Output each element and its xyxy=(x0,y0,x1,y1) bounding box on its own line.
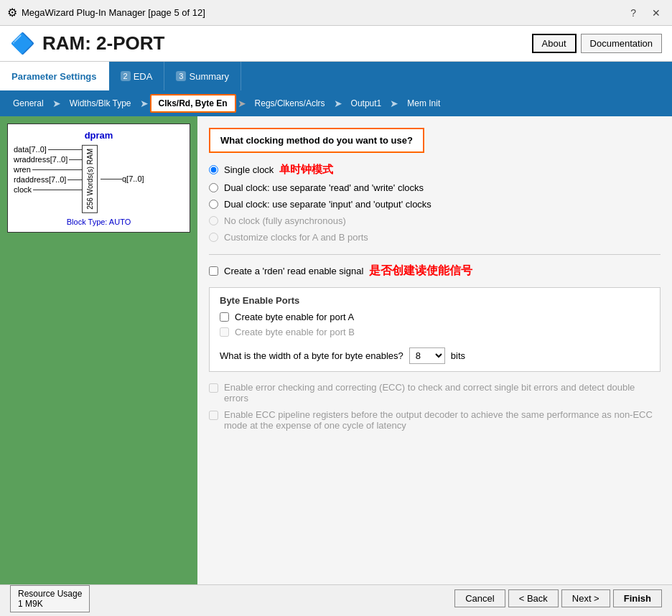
output-q-label: q[7..0] xyxy=(122,174,144,183)
dpram-inner: data[7..0] wraddress[7..0] wren rdaddres… xyxy=(14,145,184,213)
byte-enable-options: Create byte enable for port A Create byt… xyxy=(220,312,650,364)
pin-data-line xyxy=(48,149,82,150)
dpram-right-side: q[7..0] xyxy=(101,145,144,213)
about-button[interactable]: About xyxy=(532,34,577,53)
ram-icon: 🔷 xyxy=(10,32,35,55)
nav-widths[interactable]: Widths/Blk Type xyxy=(62,95,139,111)
back-button[interactable]: < Back xyxy=(508,589,559,607)
no-clock-label: No clock (fully asynchronous) xyxy=(224,215,346,226)
pin-clock-line xyxy=(33,190,82,190)
pin-data: data[7..0] xyxy=(14,145,82,154)
title-bar-right: ? ✕ xyxy=(626,6,665,20)
dpram-left-pins: data[7..0] wraddress[7..0] wren rdaddres… xyxy=(14,145,82,213)
app-title-area: 🔷 RAM: 2-PORT xyxy=(10,32,164,55)
clock-options-group: Single clock 单时钟模式 Dual clock: use separ… xyxy=(209,163,661,243)
tab-summary[interactable]: 3 Summary xyxy=(164,62,241,90)
ecc-option-1: Enable error checking and correcting (EC… xyxy=(209,382,661,403)
single-clock-label: Single clock xyxy=(224,164,274,175)
nav-arrow-2: ➤ xyxy=(140,98,149,109)
byte-width-select[interactable]: 8 16 32 xyxy=(409,347,445,364)
ecc-option-2: Enable ECC pipeline registers before the… xyxy=(209,409,661,431)
title-bar: ⚙ MegaWizard Plug-In Manager [page 5 of … xyxy=(0,0,672,26)
byte-enable-title: Byte Enable Ports xyxy=(220,295,650,306)
nav-bar: General ➤ Widths/Blk Type ➤ Clks/Rd, Byt… xyxy=(0,90,672,116)
option-no-clock[interactable]: No clock (fully asynchronous) xyxy=(209,215,661,226)
radio-dual2[interactable] xyxy=(209,200,218,209)
right-panel: What clocking method do you want to use?… xyxy=(197,116,672,584)
pin-clock: clock xyxy=(14,185,82,194)
bottom-bar: Resource Usage 1 M9K Cancel < Back Next … xyxy=(0,584,672,612)
customize-clocks-label: Customize clocks for A and B ports xyxy=(224,232,368,243)
pin-clock-label: clock xyxy=(14,185,32,194)
help-button[interactable]: ? xyxy=(626,6,640,20)
nav-arrow-3: ➤ xyxy=(238,98,246,109)
rden-checkbox[interactable] xyxy=(209,266,218,276)
bottom-buttons: Cancel < Back Next > Finish xyxy=(454,589,662,607)
byte-enable-portA-option[interactable]: Create byte enable for port A xyxy=(220,312,650,322)
option-customize-clocks[interactable]: Customize clocks for A and B ports xyxy=(209,232,661,243)
pin-wraddress: wraddress[7..0] xyxy=(14,155,82,164)
nav-general[interactable]: General xyxy=(6,95,51,111)
ram-block: 256 Words(s) RAM xyxy=(82,145,98,213)
tab-param-label: Parameter Settings xyxy=(11,71,97,82)
byte-width-question: What is the width of a byte for byte ena… xyxy=(220,350,403,361)
ecc-section: Enable error checking and correcting (EC… xyxy=(209,382,661,431)
dual-clock-1-label: Dual clock: use separate 'read' and 'wri… xyxy=(224,182,424,193)
dpram-title: dpram xyxy=(14,130,184,141)
pin-wren-label: wren xyxy=(14,165,31,174)
next-button[interactable]: Next > xyxy=(561,589,610,607)
app-icon: ⚙ xyxy=(7,6,17,19)
nav-output1[interactable]: Output1 xyxy=(344,95,389,111)
nav-clks[interactable]: Clks/Rd, Byte En xyxy=(150,94,236,113)
byte-enable-portB-option[interactable]: Create byte enable for port B xyxy=(220,327,650,337)
pin-data-label: data[7..0] xyxy=(14,145,47,154)
block-type-label: Block Type: AUTO xyxy=(14,218,184,226)
radio-noclock[interactable] xyxy=(209,216,218,225)
single-clock-cn-label: 单时钟模式 xyxy=(279,163,333,177)
dual-clock-2-label: Dual clock: use separate 'input' and 'ou… xyxy=(224,199,431,210)
tab-summary-label: Summary xyxy=(189,71,229,82)
radio-customize[interactable] xyxy=(209,233,218,242)
byte-enable-portB-checkbox[interactable] xyxy=(220,327,229,337)
byte-width-row: What is the width of a byte for byte ena… xyxy=(220,347,650,364)
pin-wraddress-line xyxy=(69,159,82,160)
ecc-checkbox-2[interactable] xyxy=(209,411,218,420)
close-button[interactable]: ✕ xyxy=(648,6,665,20)
header-bar: 🔷 RAM: 2-PORT About Documentation xyxy=(0,26,672,62)
tab-summary-num: 3 xyxy=(176,71,186,81)
divider-1 xyxy=(209,254,661,255)
ecc-checkbox-1[interactable] xyxy=(209,383,218,393)
option-dual-clock-2[interactable]: Dual clock: use separate 'input' and 'ou… xyxy=(209,199,661,210)
ram-label: 256 Words(s) RAM xyxy=(86,149,94,210)
nav-arrow-1: ➤ xyxy=(52,98,61,109)
window-title: MegaWizard Plug-In Manager [page 5 of 12… xyxy=(22,7,205,18)
tab-eda[interactable]: 2 EDA xyxy=(109,62,165,90)
resource-value: 1 M9K xyxy=(18,599,82,609)
documentation-button[interactable]: Documentation xyxy=(581,34,662,53)
radio-dual1[interactable] xyxy=(209,183,218,192)
byte-enable-portA-label: Create byte enable for port A xyxy=(235,312,354,322)
left-panel: dpram data[7..0] wraddress[7..0] wren xyxy=(0,116,197,584)
nav-regs[interactable]: Regs/Clkens/Aclrs xyxy=(248,95,332,111)
clock-question-text: What clocking method do you want to use? xyxy=(220,135,413,146)
cancel-button[interactable]: Cancel xyxy=(454,589,505,607)
byte-enable-portA-checkbox[interactable] xyxy=(220,312,229,322)
pin-rdaddress-label: rdaddress[7..0] xyxy=(14,175,66,184)
pin-wraddress-label: wraddress[7..0] xyxy=(14,155,67,164)
option-dual-clock-1[interactable]: Dual clock: use separate 'read' and 'wri… xyxy=(209,182,661,193)
nav-meminit[interactable]: Mem Init xyxy=(400,95,447,111)
rden-cn-label: 是否创建读使能信号 xyxy=(369,263,472,279)
dpram-diagram: dpram data[7..0] wraddress[7..0] wren xyxy=(7,123,190,233)
finish-button[interactable]: Finish xyxy=(613,589,662,607)
bits-unit: bits xyxy=(451,350,465,361)
tab-parameter-settings[interactable]: Parameter Settings xyxy=(0,62,109,90)
option-single-clock[interactable]: Single clock 单时钟模式 xyxy=(209,163,661,177)
app-title-text: RAM: 2-PORT xyxy=(42,32,164,55)
resource-label: Resource Usage xyxy=(18,589,82,599)
resource-usage-box: Resource Usage 1 M9K xyxy=(10,585,90,612)
pin-rdaddress-line xyxy=(67,179,82,180)
clock-question-box: What clocking method do you want to use? xyxy=(209,128,424,153)
radio-single-clock[interactable] xyxy=(209,165,218,174)
tabs-bar: Parameter Settings 2 EDA 3 Summary xyxy=(0,62,672,90)
header-buttons: About Documentation xyxy=(532,34,662,53)
